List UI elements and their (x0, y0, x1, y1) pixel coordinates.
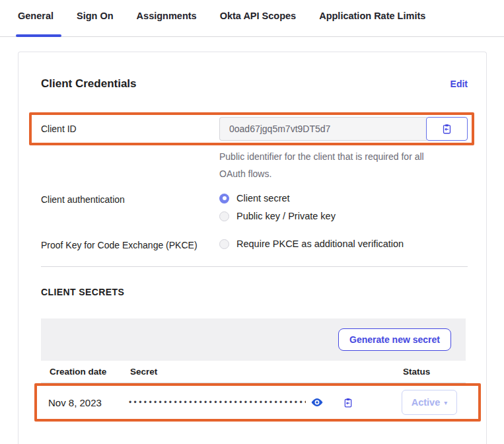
header-status: Status (403, 367, 466, 377)
client-id-helper-row: Public identifier for the client that is… (41, 148, 468, 182)
secrets-table-toolbar: Generate new secret (41, 318, 466, 361)
chevron-down-icon: ▾ (444, 399, 447, 406)
generate-new-secret-button[interactable]: Generate new secret (338, 328, 451, 351)
client-id-highlight-box: Client ID (29, 112, 474, 145)
label-spacer (41, 148, 219, 149)
client-id-input[interactable] (219, 117, 427, 141)
client-secrets-table: Generate new secret Creation date Secret… (41, 318, 466, 422)
reveal-secret-button[interactable] (311, 398, 323, 407)
radio-client-secret-label: Client secret (236, 193, 290, 204)
pkce-checkbox-option[interactable]: Require PKCE as additional verification (219, 239, 404, 249)
section-title-client-credentials: Client Credentials (41, 77, 137, 91)
pkce-row: Proof Key for Code Exchange (PKCE) Requi… (41, 239, 468, 250)
clipboard-copy-icon (441, 123, 452, 135)
client-secrets-title: CLIENT SECRETS (41, 287, 468, 297)
tab-general[interactable]: General (18, 11, 54, 36)
tab-assignments[interactable]: Assignments (137, 11, 197, 36)
radio-unselected-icon[interactable] (219, 211, 229, 221)
client-credentials-card: Client Credentials Edit Client ID Public… (18, 52, 487, 444)
status-dropdown-button[interactable]: Active ▾ (402, 390, 457, 415)
pkce-option-label: Require PKCE as additional verification (236, 239, 404, 249)
edit-link[interactable]: Edit (450, 79, 468, 89)
card-header: Client Credentials Edit (41, 52, 468, 91)
radio-public-private-key-label: Public key / Private key (236, 211, 336, 221)
status-cell: Active ▾ (402, 390, 478, 415)
radio-selected-icon[interactable] (219, 194, 229, 204)
secrets-table-header: Creation date Secret Status (41, 361, 466, 383)
client-authentication-row: Client authentication Client secret Publ… (41, 193, 468, 221)
masked-secret-value: •••••••••••••••••••••••••••••••••••••••• (129, 398, 306, 407)
secret-creation-date: Nov 8, 2023 (48, 397, 129, 408)
app-tab-bar: General Sign On Assignments Okta API Sco… (0, 0, 504, 37)
client-id-field-group (219, 117, 468, 141)
section-divider (41, 266, 468, 267)
secret-table-row: Nov 8, 2023 ••••••••••••••••••••••••••••… (37, 386, 478, 419)
clipboard-copy-icon (343, 397, 353, 408)
client-id-copy-button[interactable] (426, 117, 468, 141)
client-id-label: Client ID (41, 124, 219, 134)
tab-application-rate-limits[interactable]: Application Rate Limits (319, 11, 425, 36)
checkbox-unchecked-icon[interactable] (219, 239, 229, 249)
secret-row-highlight-box: Nov 8, 2023 ••••••••••••••••••••••••••••… (34, 383, 481, 422)
copy-secret-button[interactable] (343, 397, 353, 408)
client-id-helper-text: Public identifier for the client that is… (219, 148, 437, 182)
client-authentication-options: Client secret Public key / Private key (219, 193, 336, 221)
radio-client-secret[interactable]: Client secret (219, 193, 336, 204)
tab-sign-on[interactable]: Sign On (77, 11, 114, 36)
client-authentication-label: Client authentication (41, 193, 219, 205)
eye-icon (311, 398, 323, 407)
pkce-label: Proof Key for Code Exchange (PKCE) (41, 239, 219, 250)
tab-okta-api-scopes[interactable]: Okta API Scopes (220, 11, 297, 36)
header-secret: Secret (130, 367, 403, 377)
header-creation-date: Creation date (50, 367, 130, 377)
secret-cell: •••••••••••••••••••••••••••••••••••••••• (129, 397, 402, 408)
radio-public-private-key[interactable]: Public key / Private key (219, 211, 336, 221)
status-badge: Active (412, 397, 441, 408)
